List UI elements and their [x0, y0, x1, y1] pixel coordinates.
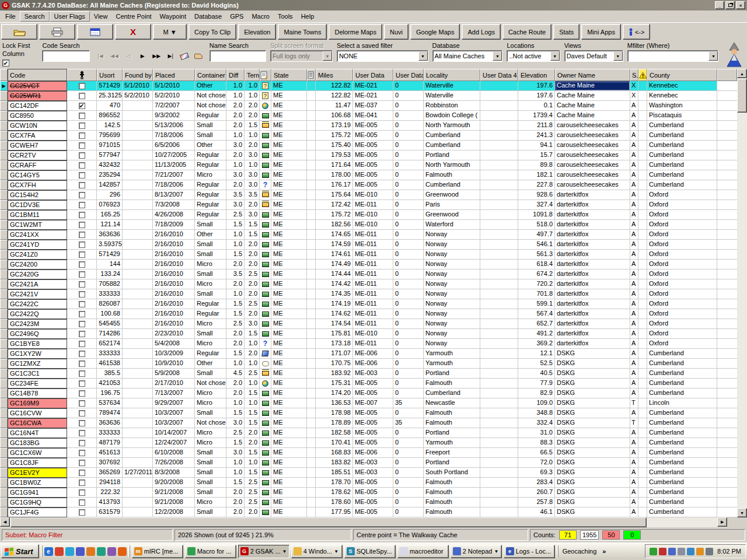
cell-owner-name[interactable]: carouselcheesecakes [555, 150, 630, 160]
cell-found[interactable] [67, 339, 97, 349]
cell-locality[interactable]: Yarmouth [424, 438, 480, 448]
cell-difficulty[interactable]: 1.0 [226, 240, 245, 250]
cell-difficulty[interactable]: 1.5 [226, 349, 245, 359]
cell-terrain[interactable]: 3.0 [245, 180, 260, 190]
cell-container[interactable]: Not chose [195, 101, 226, 111]
cell-cache-type[interactable] [260, 418, 271, 428]
toolbar-chevron-icon[interactable]: » [601, 548, 608, 555]
cell-owner-name[interactable]: DSKG [555, 498, 630, 508]
cell-usort[interactable]: 421053 [97, 379, 123, 388]
found-checkbox[interactable] [79, 410, 85, 416]
cell-locality[interactable]: Yarmouth [424, 359, 480, 369]
cell-terrain[interactable]: 2.5 [245, 498, 260, 508]
table-row[interactable]: GC154H22968/13/2007Regular3.53.5ME175.64… [0, 190, 737, 200]
cell-cache-type[interactable] [260, 260, 271, 270]
cell-container[interactable]: Small [195, 329, 226, 339]
row-indicator[interactable] [0, 279, 8, 289]
cell-county[interactable]: Oxford [647, 270, 717, 279]
cell-status[interactable]: A [630, 458, 638, 468]
cell-container[interactable]: Small [195, 131, 226, 141]
found-checkbox[interactable] [79, 400, 85, 407]
found-checkbox[interactable] [79, 450, 85, 456]
header-cache-type[interactable] [260, 69, 271, 81]
found-checkbox[interactable] [79, 301, 85, 307]
found-checkbox[interactable] [79, 430, 85, 436]
cell-usort[interactable]: 365269 [97, 468, 123, 478]
cell-placed[interactable]: 7/18/2009 [153, 220, 195, 230]
cell-miles[interactable]: 174.44 [316, 270, 353, 279]
cell-found-by-me[interactable] [123, 478, 153, 488]
cell-user-data2[interactable]: 0 [393, 448, 424, 458]
cell-elevation[interactable]: 94.1 [518, 141, 555, 150]
cell-code[interactable]: GC1BM11 [8, 210, 67, 220]
cell-state[interactable]: ME [271, 349, 307, 359]
table-row[interactable]: GC89508965529/3/2002Regular2.02.0ME106.6… [0, 111, 737, 121]
cell-terrain[interactable]: 1.0 [245, 91, 260, 101]
table-row[interactable]: GC1G9HQ4137939/21/2008Micro2.02.5ME178.6… [0, 498, 737, 508]
cell-usort[interactable]: 385.5 [97, 369, 123, 379]
cell-code[interactable]: GC1DV3E [8, 200, 67, 210]
cell-found[interactable] [67, 121, 97, 131]
cell-found-by-me[interactable] [123, 458, 153, 468]
cell-county[interactable]: Lincoln [647, 398, 717, 408]
cell-found[interactable] [67, 428, 97, 438]
cell-terrain[interactable]: 2.0 [245, 349, 260, 359]
cell-user-data[interactable]: ME-005 [353, 478, 393, 488]
table-row[interactable]: GCW10N142.55/13/2006Small2.01.5ME173.19M… [0, 121, 737, 131]
cell-user-data2[interactable]: 0 [393, 379, 424, 388]
cell-user-data2[interactable]: 0 [393, 339, 424, 349]
found-checkbox[interactable] [79, 202, 85, 208]
cell-corrected[interactable] [307, 408, 316, 418]
cell-state[interactable]: ME [271, 309, 307, 319]
cell-state[interactable]: ME [271, 131, 307, 141]
cell-found-by-me[interactable] [123, 101, 153, 111]
found-checkbox[interactable] [79, 341, 85, 347]
cell-placed[interactable]: 10/3/2007 [153, 418, 195, 428]
cell-user-data[interactable]: ME-003 [353, 468, 393, 478]
row-indicator[interactable] [0, 448, 8, 458]
cell-locality[interactable]: Norway [424, 279, 480, 289]
cell-user-data[interactable]: ME-011 [353, 319, 393, 329]
cell-locality[interactable]: Greenwood [424, 210, 480, 220]
cell-found-by-me[interactable] [123, 220, 153, 230]
cell-county[interactable]: Oxford [647, 319, 717, 329]
cell-miles[interactable]: 170.75 [316, 359, 353, 369]
cell-difficulty[interactable]: 1.5 [226, 309, 245, 319]
start-button[interactable]: Start [1, 544, 39, 558]
cell-terrain[interactable]: 3.0 [245, 170, 260, 180]
cell-miles[interactable]: 174.61 [316, 250, 353, 260]
cell-terrain[interactable]: 3.5 [245, 190, 260, 200]
cell-user-data[interactable]: ME-010 [353, 190, 393, 200]
cell-container[interactable]: Other [195, 81, 226, 91]
firefox-icon[interactable] [118, 547, 127, 556]
google-maps-button[interactable]: Google Maps [410, 24, 460, 40]
cell-code[interactable]: GC2422C [8, 299, 67, 309]
cell-usort[interactable]: 631579 [97, 508, 123, 517]
cell-owner-name[interactable]: darterkitfox [555, 200, 630, 210]
cell-corrected[interactable] [307, 180, 316, 190]
found-checkbox[interactable] [79, 470, 85, 476]
found-checkbox[interactable] [79, 172, 85, 178]
cell-code[interactable]: GC1EV2Y [8, 468, 67, 478]
row-indicator[interactable] [0, 379, 8, 388]
cell-corrected[interactable] [307, 111, 316, 121]
cell-county[interactable]: Oxford [647, 240, 717, 250]
cell-state[interactable]: ME [271, 319, 307, 329]
cell-user-data2[interactable]: 0 [393, 279, 424, 289]
cell-container[interactable]: Regular [195, 190, 226, 200]
cell-state[interactable]: ME [271, 359, 307, 369]
cell-user-data4[interactable] [480, 339, 518, 349]
table-row[interactable]: GC241XX3636362/16/2010Other1.01.5ME174.6… [0, 230, 737, 240]
cell-user-data2[interactable]: 35 [393, 418, 424, 428]
macro-menu-button[interactable]: M ▼ [153, 24, 187, 40]
cell-user-data[interactable]: ME-011 [353, 279, 393, 289]
cell-locality[interactable]: Norway [424, 250, 480, 260]
cell-terrain[interactable]: 2.0 [245, 141, 260, 150]
cell-difficulty[interactable]: 1.0 [226, 289, 245, 299]
cell-container[interactable]: Regular [195, 200, 226, 210]
cell-miles[interactable]: 174.19 [316, 299, 353, 309]
cell-container[interactable]: Micro [195, 498, 226, 508]
cell-code[interactable]: GCWEH7 [8, 141, 67, 150]
row-indicator[interactable] [0, 428, 8, 438]
cell-terrain[interactable]: 2.0 [245, 101, 260, 111]
